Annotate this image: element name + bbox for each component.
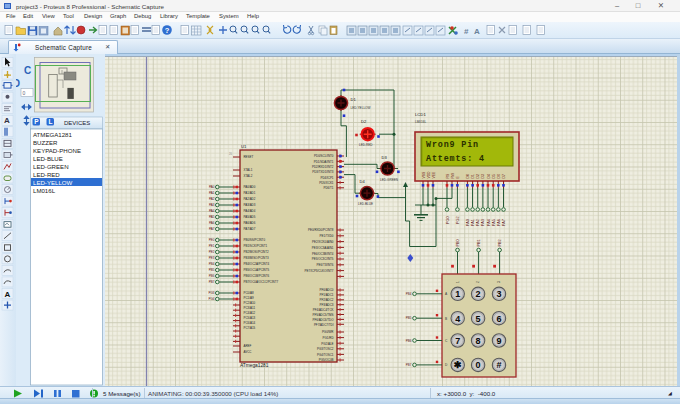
- svg-text:PA1: PA1: [471, 219, 475, 226]
- svg-text:PB0/SS/PCINT0: PB0/SS/PCINT0: [244, 238, 266, 242]
- svg-text:4: 4: [455, 314, 460, 324]
- svg-text:DEVICES: DEVICES: [64, 120, 90, 126]
- svg-text:C: C: [24, 65, 31, 76]
- svg-text:9: 9: [496, 336, 501, 346]
- svg-text:PE1: PE1: [209, 244, 215, 248]
- svg-text:5: 5: [476, 314, 481, 324]
- svg-text:PB4: PB4: [406, 292, 412, 296]
- svg-text:PA7/AD7: PA7/AD7: [244, 227, 256, 231]
- svg-text:PG1/RD: PG1/RD: [323, 336, 334, 340]
- svg-text:PA1: PA1: [209, 191, 215, 195]
- svg-text:P: P: [34, 118, 39, 125]
- svg-text:✱: ✱: [454, 359, 462, 370]
- svg-text:PE0/RXD0/PCINT8: PE0/RXD0/PCINT8: [308, 228, 334, 232]
- svg-text:PB0: PB0: [456, 239, 460, 246]
- svg-text:PA6/AD6: PA6/AD6: [244, 221, 256, 225]
- svg-text:LED-RED: LED-RED: [359, 143, 373, 147]
- svg-text:PE3/OC3A/AIN1: PE3/OC3A/AIN1: [312, 246, 334, 250]
- svg-text:PA3/AD3: PA3/AD3: [244, 203, 256, 207]
- svg-text:PE3: PE3: [209, 256, 215, 260]
- svg-text:7: 7: [455, 336, 460, 346]
- svg-text:PB5: PB5: [209, 268, 215, 272]
- svg-text:PD4/ICP1: PD4/ICP1: [320, 176, 333, 180]
- svg-text:D4: D4: [487, 174, 491, 178]
- svg-text:8: 8: [476, 336, 481, 346]
- svg-text:PE2/XCK0/AIN0: PE2/XCK0/AIN0: [312, 240, 334, 244]
- svg-text:PG0: PG0: [446, 216, 450, 224]
- svg-text:LM016L: LM016L: [33, 187, 56, 194]
- svg-text:D3: D3: [382, 155, 388, 160]
- svg-text:LCD1: LCD1: [415, 112, 426, 117]
- svg-text:PC6/A14: PC6/A14: [244, 321, 256, 325]
- svg-text:VSS: VSS: [422, 171, 426, 178]
- svg-text:PB5: PB5: [406, 316, 412, 320]
- svg-text:C: C: [16, 78, 20, 89]
- svg-text:PF0/ADC0: PF0/ADC0: [319, 288, 333, 292]
- svg-text:PG5/OC0B: PG5/OC0B: [319, 358, 334, 362]
- svg-text:PC1/A9: PC1/A9: [244, 296, 254, 300]
- svg-text:PA4: PA4: [487, 219, 491, 226]
- svg-text:LED-BLUE: LED-BLUE: [33, 155, 63, 162]
- svg-text:2: 2: [476, 289, 481, 299]
- svg-text:D1: D1: [351, 97, 357, 102]
- svg-text:1: 1: [455, 289, 460, 299]
- svg-text:PF2/ADC2: PF2/ADC2: [319, 298, 333, 302]
- svg-text:D4: D4: [360, 179, 366, 184]
- svg-text:PB7: PB7: [406, 363, 412, 367]
- svg-text:LED-RED: LED-RED: [33, 171, 60, 178]
- svg-text:D5: D5: [492, 174, 496, 178]
- svg-text:2: 2: [476, 281, 480, 283]
- svg-text:PG4: PG4: [208, 297, 214, 301]
- svg-text:3: 3: [497, 281, 501, 283]
- svg-text:PE5/OC3C/INT5: PE5/OC3C/INT5: [312, 257, 334, 261]
- svg-text:PA4: PA4: [209, 209, 215, 213]
- svg-text:PC3/A11: PC3/A11: [244, 306, 256, 310]
- svg-text:PA5: PA5: [492, 219, 496, 226]
- svg-text:PA6: PA6: [209, 221, 215, 225]
- svg-text:D6: D6: [497, 174, 501, 178]
- svg-text:1: 1: [456, 281, 460, 283]
- svg-text:PF6/ADC6/TDO: PF6/ADC6/TDO: [312, 318, 334, 322]
- svg-text:PA1/AD1: PA1/AD1: [244, 191, 256, 195]
- svg-text:D7: D7: [502, 174, 506, 178]
- svg-text:PG2: PG2: [456, 216, 460, 224]
- svg-text:PA0: PA0: [209, 185, 215, 189]
- svg-text:PC0/A8: PC0/A8: [244, 291, 254, 295]
- svg-text:LED-BLUE: LED-BLUE: [358, 202, 373, 206]
- svg-text:PC7/A15: PC7/A15: [244, 326, 256, 330]
- svg-text:PF3/ADC3: PF3/ADC3: [319, 303, 333, 307]
- svg-text:PA7: PA7: [502, 219, 506, 226]
- svg-text:PB1/SCK/PCINT1: PB1/SCK/PCINT1: [244, 244, 268, 248]
- svg-text:PB4/OC2A/PCINT4: PB4/OC2A/PCINT4: [244, 262, 270, 266]
- svg-text:LM016L: LM016L: [415, 120, 426, 124]
- svg-text:PG3: PG3: [208, 291, 214, 295]
- svg-text:D1: D1: [471, 174, 475, 178]
- svg-text:LED-GREEN: LED-GREEN: [380, 178, 398, 182]
- svg-text:PD6/T1: PD6/T1: [324, 186, 334, 190]
- svg-text:PG2/ALE: PG2/ALE: [321, 342, 333, 346]
- svg-text:0: 0: [23, 90, 26, 96]
- svg-text:A: A: [474, 27, 480, 36]
- svg-text:PA2: PA2: [476, 219, 480, 226]
- svg-text:PA6: PA6: [497, 219, 501, 226]
- svg-text:PG4/TOSC1: PG4/TOSC1: [317, 353, 334, 357]
- svg-text:LED-YELLOW: LED-YELLOW: [33, 179, 73, 186]
- svg-text:PG0/WR: PG0/WR: [322, 330, 334, 334]
- svg-text:Attemts: 4: Attemts: 4: [426, 154, 485, 164]
- svg-text:PC4/A12: PC4/A12: [244, 311, 256, 315]
- svg-text:XTAL1: XTAL1: [244, 168, 253, 172]
- svg-text:LED-YELLOW: LED-YELLOW: [351, 106, 371, 110]
- svg-text:BUZZER: BUZZER: [33, 139, 58, 146]
- svg-text:PA3: PA3: [209, 203, 215, 207]
- svg-text:3: 3: [496, 289, 501, 299]
- svg-text:D2: D2: [476, 174, 480, 178]
- svg-text:ATmega1281: ATmega1281: [240, 363, 269, 368]
- svg-text:PB3/MISO/PCINT3: PB3/MISO/PCINT3: [244, 256, 270, 260]
- svg-text:PF4/ADC4/TCK: PF4/ADC4/TCK: [313, 308, 334, 312]
- svg-text:PD3/TXD1/INT3: PD3/TXD1/INT3: [312, 170, 334, 174]
- svg-text:PA2: PA2: [209, 197, 215, 201]
- svg-text:L: L: [49, 118, 53, 125]
- svg-text:0: 0: [476, 360, 481, 370]
- svg-text:Wron9 Pin: Wron9 Pin: [426, 140, 479, 150]
- svg-text:RS: RS: [446, 173, 450, 178]
